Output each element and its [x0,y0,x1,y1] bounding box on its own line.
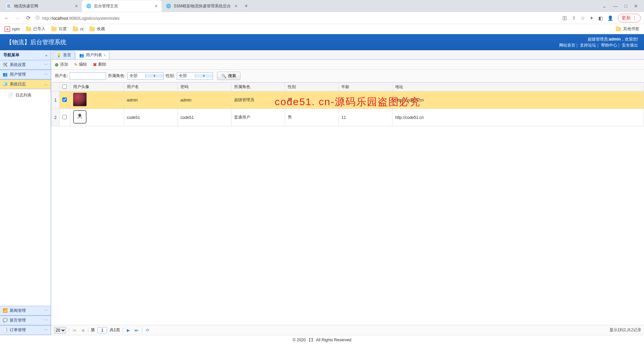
bookmark-baidu[interactable]: 百度 [51,26,67,32]
folder-icon [616,27,621,31]
gender-select[interactable]: 全部▼ [177,72,213,80]
user-table: 用户头像 用户名 密码 所属角色 性别 年龄 地址 1 admin [51,82,644,126]
other-bookmarks[interactable]: 其他书签 [616,26,639,32]
refresh-icon[interactable]: ⟳ [145,328,150,333]
add-button[interactable]: ⊕添加 [55,62,68,67]
page-input[interactable] [98,327,107,333]
bookmark-rx[interactable]: rx [73,27,84,31]
tree-item-log-list[interactable]: 📄 日志列表 [0,91,51,99]
sidepanel-icon[interactable]: ◧ [598,15,603,21]
new-tab-button[interactable]: + [241,3,251,10]
accordion: 🛠️ 系统设置 ﹀ 👥 用户管理 ﹀ 🧊 系统日志 ︿ 📄 日志列表 [0,60,51,335]
toolbar-right: ⚿ ⇪ ☆ ✦ ◧ 👤 更新⋮ [562,14,641,22]
col-address[interactable]: 地址 [392,83,644,91]
url-bar[interactable]: ⓘ http://localhost:8080/Logistics/system… [36,15,558,21]
sidebar-item-system-log[interactable]: 🧊 系统日志 ︿ [0,79,51,89]
browser-tab-2[interactable]: 🌐 SSM框架物流快递管理系统后台 × [162,0,241,12]
cell-role: 超级管理员 [231,91,285,109]
cell-age: 1 [339,91,392,109]
link-logout[interactable]: 安全退出 [622,43,638,48]
update-button[interactable]: 更新⋮ [618,14,641,22]
folder-icon [26,27,31,31]
sidebar-item-system-settings[interactable]: 🛠️ 系统设置 ﹀ [0,60,51,70]
sidebar-item-order-mgmt[interactable]: 📑 订单管理 ﹀ [0,325,51,335]
close-icon[interactable]: × [155,3,158,9]
collapse-icon[interactable]: « [45,53,47,57]
role-label: 所属角色: [108,73,125,79]
header-right: 超级管理员:admin，欢迎您! 网站首页| 支持论坛| 帮助中心| 安全退出 [559,36,638,48]
cell-age: 11 [339,109,392,126]
col-password[interactable]: 密码 [178,83,231,91]
bookmark-imported[interactable]: 已导入 [26,26,45,32]
row-checkbox[interactable] [62,97,67,102]
link-help[interactable]: 帮助中心 [601,43,617,48]
maximize-icon[interactable]: □ [625,3,627,9]
row-index: 1 [52,91,60,109]
edit-button[interactable]: ✎编辑 [74,62,87,67]
avatar-image [73,93,87,106]
col-username[interactable]: 用户名 [124,83,178,91]
bulb-icon: 💡 [56,53,61,58]
browser-tab-0[interactable]: 底 物流快递官网 × [2,0,82,12]
delete-button[interactable]: ✖删除 [93,62,106,67]
tab-user-list[interactable]: 👥 用户列表 × [75,51,109,59]
table-row[interactable]: 1 admin admin 超级管理员 男 1 http://code51.cn [52,91,644,109]
minimize-icon[interactable]: — [613,3,618,9]
col-age[interactable]: 年龄 [339,83,392,91]
select-all-checkbox[interactable] [62,84,67,89]
close-icon[interactable]: × [235,3,237,9]
filter-row: 用户名: 所属角色: 全部▼ 性别: 全部▼ 🔍搜索 [51,70,644,82]
key-icon[interactable]: ⚿ [562,15,567,21]
row-checkbox[interactable] [62,115,67,119]
folder-icon [51,27,57,31]
page-size-select[interactable]: 20 [54,327,66,334]
search-button[interactable]: 🔍搜索 [217,72,240,80]
extensions-icon[interactable]: ✦ [590,15,594,21]
first-page-icon[interactable]: ⏮ [72,328,77,333]
tab-home[interactable]: 💡 首页 [53,51,75,59]
username-input[interactable] [70,72,106,80]
prev-page-icon[interactable]: ◀ [80,328,85,333]
sidebar: 导航菜单 « 🛠️ 系统设置 ﹀ 👥 用户管理 ﹀ 🧊 系统日志 ︿ 📄 [0,50,51,335]
browser-tab-1[interactable]: 🌐 后台管理主页 × [82,0,162,12]
share-icon[interactable]: ⇪ [572,15,576,21]
col-avatar[interactable]: 用户头像 [70,83,124,91]
tab-title: SSM框架物流快递管理系统后台 [174,3,232,9]
cell-address: http://code51.cn [392,109,644,126]
col-checkbox [60,83,70,91]
site-info-icon[interactable]: ⓘ [36,15,40,21]
role-select[interactable]: 全部▼ [127,72,164,80]
bookmark-npm[interactable]: nnpm [5,26,20,32]
last-page-icon[interactable]: ⏭ [134,328,139,333]
tab-title: 物流快递官网 [14,3,72,9]
url-text: http://localhost:8080/Logistics/system/i… [42,15,120,21]
link-forum[interactable]: 支持论坛 [580,43,596,48]
toolbar: ⊕添加 ✎编辑 ✖删除 [51,60,644,70]
forward-icon[interactable]: → [14,15,21,21]
sidebar-item-news-mgmt[interactable]: 📶 新闻管理 ﹀ [0,306,51,316]
next-page-icon[interactable]: ▶ [126,328,131,333]
sidebar-item-user-mgmt[interactable]: 👥 用户管理 ﹀ [0,70,51,79]
back-icon[interactable]: ← [3,15,10,21]
col-role[interactable]: 所属角色 [231,83,285,91]
chevron-down-icon[interactable]: ⌄ [602,3,606,9]
cell-password: admin [178,91,231,109]
window-close-icon[interactable]: ✕ [634,3,638,9]
bookmark-fav[interactable]: 收藏 [90,26,105,32]
sidebar-item-message-mgmt[interactable]: 💬 留言管理 ﹀ [0,316,51,325]
cell-role: 普通用户 [231,109,285,126]
kebab-icon: ⋮ [632,15,637,21]
avatar-image [73,110,87,124]
pager-info: 显示1到2,共2记录 [609,327,641,333]
table-row[interactable]: 2 code51 code51 普通用户 男 11 http://code51.… [52,109,644,126]
link-home[interactable]: 网站首页 [559,43,575,48]
close-icon[interactable]: × [75,3,78,9]
reload-icon[interactable]: ⟳ [25,15,32,21]
close-icon[interactable]: × [104,53,106,57]
main-layout: 导航菜单 « 🛠️ 系统设置 ﹀ 👥 用户管理 ﹀ 🧊 系统日志 ︿ 📄 [0,50,644,335]
star-icon[interactable]: ☆ [581,15,585,21]
wrench-icon: 🛠️ [3,62,8,68]
col-gender[interactable]: 性别 [285,83,339,91]
profile-icon[interactable]: 👤 [607,15,613,21]
chevron-down-icon: ﹀ [44,72,48,77]
